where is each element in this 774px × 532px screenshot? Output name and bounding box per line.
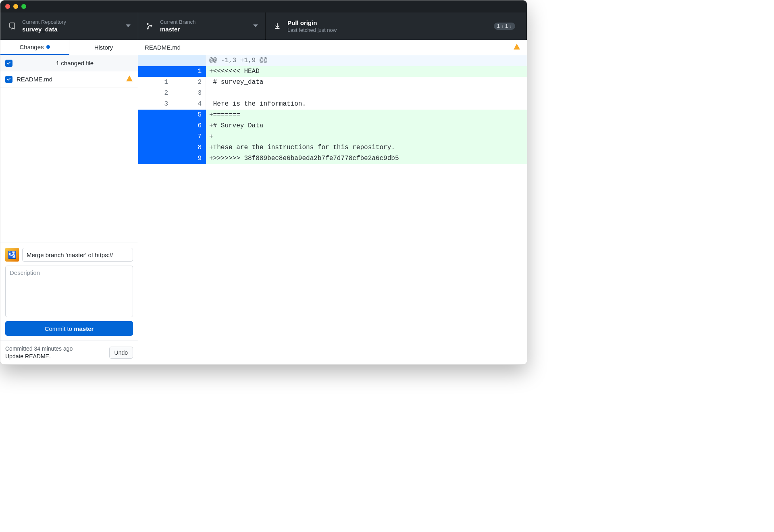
commit-button[interactable]: Commit to master	[5, 321, 133, 336]
diff-header: README.md	[138, 40, 527, 55]
select-all-checkbox[interactable]	[5, 60, 12, 67]
branch-label: Current Branch	[160, 19, 196, 25]
pull-origin-button[interactable]: Pull origin Last fetched just now 1↑ 1↓	[266, 12, 527, 40]
diff-line[interactable]: 12 # survey_data	[138, 77, 527, 88]
user-avatar: 🛂	[5, 248, 19, 262]
changed-file-row[interactable]: README.md	[0, 71, 138, 87]
commit-form: 🛂 Commit to master	[0, 243, 138, 341]
caret-down-icon	[126, 23, 131, 30]
undo-button[interactable]: Undo	[109, 347, 133, 359]
toolbar: Current Repository survey_data Current B…	[0, 12, 527, 40]
last-commit-title: Update README.	[5, 353, 104, 360]
caret-down-icon	[253, 23, 258, 30]
download-arrow-icon	[273, 23, 282, 30]
close-window-button[interactable]	[5, 4, 10, 9]
sidebar-tabs: Changes History	[0, 40, 138, 55]
file-name: README.md	[17, 76, 122, 83]
repo-label: Current Repository	[22, 19, 66, 25]
diff-line[interactable]: 7+	[138, 131, 527, 142]
diff-line[interactable]: 23	[138, 88, 527, 99]
conflict-warning-icon	[513, 43, 520, 52]
pull-label: Pull origin	[287, 19, 337, 27]
app-window: Current Repository survey_data Current B…	[0, 0, 527, 365]
changes-indicator-dot	[46, 45, 50, 49]
diff-line[interactable]: 34 Here is the information.	[138, 99, 527, 110]
diff-line[interactable]: @@ -1,3 +1,9 @@	[138, 55, 527, 66]
diff-body[interactable]: @@ -1,3 +1,9 @@1+<<<<<<< HEAD12 # survey…	[138, 55, 527, 364]
last-commit-time: Committed 34 minutes ago	[5, 345, 104, 353]
diff-panel: README.md @@ -1,3 +1,9 @@1+<<<<<<< HEAD1…	[138, 40, 527, 364]
repo-icon	[8, 23, 17, 30]
tab-history-label: History	[94, 44, 113, 51]
current-repository-dropdown[interactable]: Current Repository survey_data	[0, 12, 138, 40]
branch-name: master	[160, 25, 196, 33]
branch-icon	[146, 23, 154, 30]
titlebar	[0, 0, 527, 12]
diff-line[interactable]: 6+# Survey Data	[138, 121, 527, 131]
tab-changes[interactable]: Changes	[0, 40, 69, 55]
diff-file-name: README.md	[145, 44, 181, 51]
current-branch-dropdown[interactable]: Current Branch master	[138, 12, 266, 40]
changed-files-summary: 1 changed file	[0, 55, 138, 71]
commit-summary-input[interactable]	[22, 248, 133, 262]
repo-name: survey_data	[22, 25, 66, 33]
zoom-window-button[interactable]	[21, 4, 26, 9]
last-commit-bar: Committed 34 minutes ago Update README. …	[0, 341, 138, 364]
tab-history[interactable]: History	[69, 40, 138, 55]
diff-line[interactable]: 1+<<<<<<< HEAD	[138, 66, 527, 77]
file-checkbox[interactable]	[5, 76, 12, 83]
tab-changes-label: Changes	[19, 44, 44, 50]
minimize-window-button[interactable]	[13, 4, 18, 9]
sidebar: Changes History 1 changed file README.md	[0, 40, 138, 364]
ahead-behind-badge: 1↑ 1↓	[494, 23, 515, 30]
diff-line[interactable]: 5+=======	[138, 110, 527, 121]
pull-subtitle: Last fetched just now	[287, 27, 337, 33]
commit-description-input[interactable]	[5, 266, 133, 317]
conflict-warning-icon	[126, 75, 133, 83]
window-controls	[5, 4, 26, 9]
diff-line[interactable]: 8+These are the instructions for this re…	[138, 142, 527, 153]
changed-files-count: 1 changed file	[17, 60, 133, 66]
diff-line[interactable]: 9+>>>>>>> 38f889bec8e6ba9eda2b7fe7d778cf…	[138, 153, 527, 164]
